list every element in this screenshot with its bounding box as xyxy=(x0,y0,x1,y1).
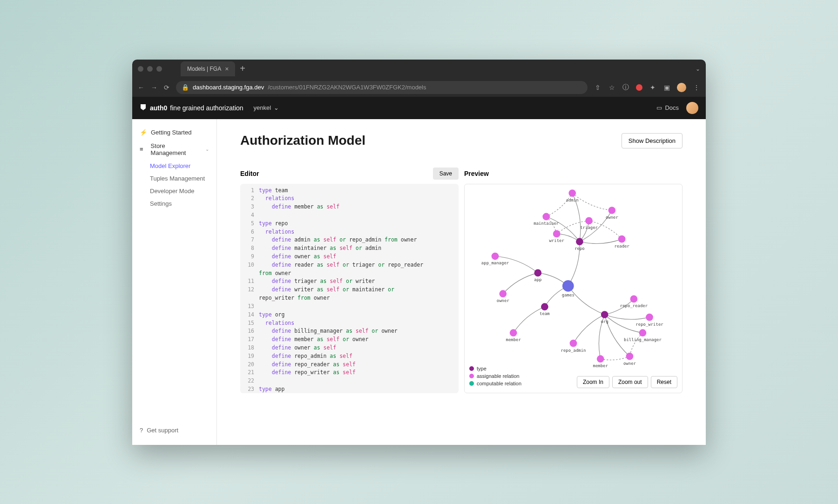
graph-node[interactable] xyxy=(499,290,507,297)
graph-node[interactable] xyxy=(568,189,576,197)
graph-preview[interactable]: gamesappteamrepoorgapp_managerownermembe… xyxy=(464,184,683,393)
profile-avatar-icon[interactable] xyxy=(677,83,686,92)
main-header: Authorization Model Show Description xyxy=(240,133,683,148)
graph-node[interactable] xyxy=(576,238,583,245)
new-tab-icon[interactable]: + xyxy=(240,63,245,74)
graph-node[interactable] xyxy=(562,280,574,292)
maximize-dot[interactable] xyxy=(156,66,162,72)
docs-link[interactable]: ▭ Docs xyxy=(656,104,679,111)
sidebar-item-settings[interactable]: Settings xyxy=(132,197,216,210)
code-editor[interactable]: 1type team2 relations3 define member as … xyxy=(240,184,459,393)
graph-node[interactable] xyxy=(534,269,542,276)
graph-node[interactable] xyxy=(553,230,561,237)
graph-node[interactable] xyxy=(541,303,548,310)
url-input[interactable]: 🔒 dashboard.staging.fga.dev/customers/01… xyxy=(176,81,588,94)
chevron-down-icon[interactable]: ⌄ xyxy=(696,66,700,72)
share-icon[interactable]: ⇧ xyxy=(594,84,601,91)
get-support-link[interactable]: ? Get support xyxy=(132,422,216,438)
puzzle-icon[interactable]: ✦ xyxy=(649,84,656,91)
svg-text:owner: owner xyxy=(623,361,636,365)
close-icon[interactable]: × xyxy=(225,65,229,73)
zoom-out-button[interactable]: Zoom out xyxy=(612,376,648,388)
pane-header: Editor Save xyxy=(240,167,459,180)
product-name: fine grained authorization xyxy=(170,104,243,112)
user-avatar[interactable] xyxy=(686,102,698,114)
legend-item-computable: computable relation xyxy=(469,381,521,386)
sidebar-label: Getting Started xyxy=(151,129,191,136)
svg-text:org: org xyxy=(601,319,608,323)
close-dot[interactable] xyxy=(138,66,143,72)
help-icon: ? xyxy=(140,427,143,434)
reset-button[interactable]: Reset xyxy=(651,376,677,388)
graph-node[interactable] xyxy=(618,235,626,242)
sidebar-item-store-management[interactable]: ≡ Store Management ⌄ xyxy=(132,139,216,160)
kebab-icon[interactable]: ⋮ xyxy=(693,84,700,91)
logo: ⛊ auth0 fine grained authorization xyxy=(140,104,243,112)
svg-text:owner: owner xyxy=(497,298,510,303)
browser-tab[interactable]: Models | FGA × xyxy=(181,61,235,76)
graph-node[interactable] xyxy=(630,295,638,302)
code-line: 22 xyxy=(240,377,459,385)
sidebar-item-developer-mode[interactable]: Developer Mode xyxy=(132,185,216,197)
star-icon[interactable]: ☆ xyxy=(608,84,615,91)
graph-node[interactable] xyxy=(570,339,577,347)
toolbar-icons: ⇧ ☆ ⓘ ✦ ▣ ⋮ xyxy=(594,83,700,92)
chevron-down-icon: ⌄ xyxy=(274,104,279,111)
minimize-dot[interactable] xyxy=(147,66,153,72)
svg-text:app: app xyxy=(534,277,541,282)
code-line: 1type team xyxy=(240,187,459,195)
svg-text:admin: admin xyxy=(566,197,579,202)
code-line: from owner xyxy=(240,269,459,278)
code-line: 3 define member as self xyxy=(240,203,459,211)
legend-item-assignable: assignable relation xyxy=(469,373,521,379)
graph-node[interactable] xyxy=(646,313,653,321)
book-icon: ▭ xyxy=(656,104,662,111)
lightning-icon: ⚡ xyxy=(140,129,146,136)
tenant-picker[interactable]: yenkel ⌄ xyxy=(254,104,279,111)
svg-text:member: member xyxy=(593,363,608,368)
zoom-in-button[interactable]: Zoom In xyxy=(577,376,609,388)
graph-node[interactable] xyxy=(597,355,604,363)
back-icon[interactable]: ← xyxy=(138,84,144,91)
editor-title: Editor xyxy=(240,170,259,177)
code-line: 23type app xyxy=(240,385,459,393)
cast-icon[interactable]: ▣ xyxy=(663,84,670,91)
graph-node[interactable] xyxy=(626,352,634,360)
pane-header: Preview xyxy=(464,167,683,180)
support-label: Get support xyxy=(147,427,178,434)
code-line: 6 relations xyxy=(240,228,459,236)
docs-label: Docs xyxy=(665,104,679,111)
svg-text:team: team xyxy=(540,311,550,316)
svg-text:repo_writer: repo_writer xyxy=(635,322,663,326)
save-button[interactable]: Save xyxy=(433,168,459,180)
code-line: 15 relations xyxy=(240,319,459,328)
brand-name: auth0 xyxy=(150,104,167,112)
graph-node[interactable] xyxy=(492,252,499,260)
shield-icon[interactable] xyxy=(636,84,642,91)
graph-node[interactable] xyxy=(608,207,616,214)
sidebar-item-model-explorer[interactable]: Model Explorer xyxy=(132,160,216,172)
chevron-down-icon: ⌄ xyxy=(205,147,209,152)
preview-title: Preview xyxy=(464,170,489,177)
legend-label: computable relation xyxy=(477,381,521,386)
main-content: Authorization Model Show Description Edi… xyxy=(217,119,706,445)
graph-node[interactable] xyxy=(639,329,647,336)
code-line: 17 define member as self or owner xyxy=(240,336,459,344)
info-icon[interactable]: ⓘ xyxy=(622,84,629,91)
window-controls xyxy=(138,66,162,72)
code-line: 20 define repo_reader as self xyxy=(240,361,459,369)
graph-node[interactable] xyxy=(601,311,608,318)
tenant-name: yenkel xyxy=(254,104,271,111)
svg-text:triager: triager xyxy=(580,225,598,230)
svg-text:owner: owner xyxy=(606,215,619,219)
reload-icon[interactable]: ⟳ xyxy=(164,84,169,91)
graph-node[interactable] xyxy=(585,217,593,224)
code-line: 11 define triager as self or writer xyxy=(240,277,459,286)
graph-node[interactable] xyxy=(542,213,550,220)
sidebar-item-tuples-management[interactable]: Tuples Management xyxy=(132,172,216,185)
show-description-button[interactable]: Show Description xyxy=(622,133,683,148)
forward-icon[interactable]: → xyxy=(151,84,157,91)
graph-node[interactable] xyxy=(510,329,517,336)
sidebar-item-getting-started[interactable]: ⚡ Getting Started xyxy=(132,126,216,139)
legend-dot-assignable xyxy=(469,374,474,378)
